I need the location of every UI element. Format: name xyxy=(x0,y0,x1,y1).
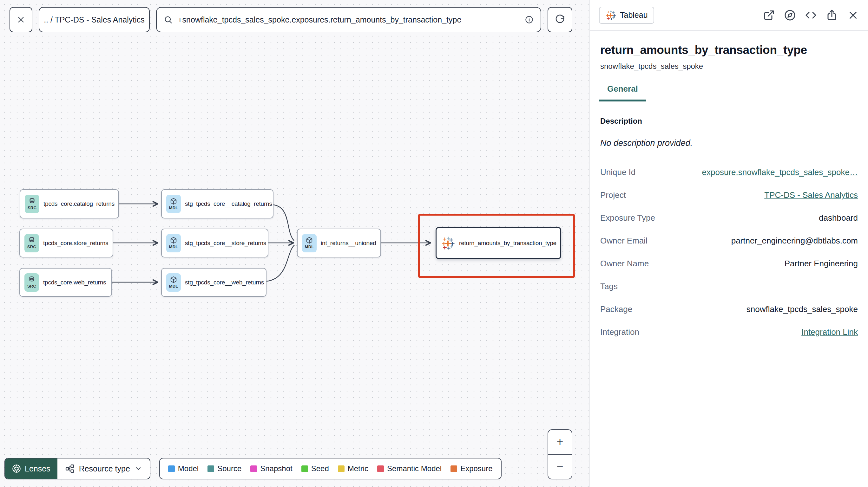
legend-item-seed: Seed xyxy=(301,464,329,473)
legend-item-snapshot: Snapshot xyxy=(250,464,292,473)
resource-type-label: Resource type xyxy=(79,464,130,474)
external-link-icon[interactable] xyxy=(763,9,775,21)
resource-type-dropdown[interactable]: Resource type xyxy=(57,458,150,479)
field-row-unique-id: Unique Id exposure.snowflake_tpcds_sales… xyxy=(600,161,858,184)
cube-icon xyxy=(170,276,177,283)
field-row-package: Package snowflake_tpcds_sales_spoke xyxy=(600,298,858,321)
source-badge: SRC xyxy=(25,195,39,213)
field-row-tags: Tags xyxy=(600,275,858,298)
chevron-down-icon xyxy=(134,465,142,473)
details-panel-header: Tableau xyxy=(590,0,868,31)
exposure-title: return_amounts_by_transaction_type xyxy=(600,43,858,57)
node-label: int_returns__unioned xyxy=(321,240,376,247)
aperture-icon xyxy=(12,464,21,473)
field-row-exposure-type: Exposure Type dashboard xyxy=(600,206,858,229)
exposure-swatch xyxy=(451,465,457,472)
cube-icon xyxy=(170,237,177,244)
zoom-in-button[interactable]: + xyxy=(548,430,572,455)
exposure-type-value: dashboard xyxy=(819,213,858,223)
model-badge: MDL xyxy=(302,234,317,252)
database-icon xyxy=(28,276,35,283)
node-exposure-return-amounts[interactable]: return_amounts_by_transaction_type xyxy=(436,227,561,259)
model-badge: MDL xyxy=(166,195,181,213)
panel-tabs: General xyxy=(600,84,858,101)
node-label: tpcds_core.store_returns xyxy=(43,240,108,247)
details-panel-body: return_amounts_by_transaction_type snowf… xyxy=(590,43,868,344)
node-source-store-returns[interactable]: SRC tpcds_core.store_returns xyxy=(19,229,113,257)
database-icon xyxy=(29,198,35,205)
cube-icon xyxy=(170,198,177,205)
legend-item-semantic-model: Semantic Model xyxy=(377,464,442,473)
unique-id-link[interactable]: exposure.snowflake_tpcds_sales_spoke… xyxy=(702,167,858,177)
node-label: return_amounts_by_transaction_type xyxy=(459,240,556,247)
lenses-group: Lenses Resource type xyxy=(4,458,150,479)
refresh-icon xyxy=(555,14,565,25)
lenses-button[interactable]: Lenses xyxy=(5,458,57,479)
field-row-integration: Integration Integration Link xyxy=(600,321,858,344)
breadcrumb-label: .. / TPC-DS - Sales Analytics xyxy=(44,15,145,24)
field-row-project: Project TPC-DS - Sales Analytics xyxy=(600,184,858,206)
source-badge: SRC xyxy=(24,234,39,252)
tableau-icon xyxy=(605,10,616,21)
lineage-topbar: .. / TPC-DS - Sales Analytics xyxy=(9,7,572,32)
close-lineage-button[interactable] xyxy=(9,7,32,32)
compass-icon[interactable] xyxy=(784,9,796,21)
code-icon[interactable] xyxy=(805,9,816,21)
search-icon xyxy=(164,15,173,24)
seed-swatch xyxy=(301,465,308,472)
details-panel: Tableau return_amounts_by_transaction_ty… xyxy=(589,0,868,487)
metadata-fields: Unique Id exposure.snowflake_tpcds_sales… xyxy=(600,161,858,344)
node-model-stg-web-returns[interactable]: MDL stg_tpcds_core__web_returns xyxy=(161,268,267,297)
lenses-label: Lenses xyxy=(25,464,51,474)
lineage-search xyxy=(156,7,541,32)
semantic-model-swatch xyxy=(377,465,384,472)
integration-chip: Tableau xyxy=(599,7,654,24)
owner-name-value: Partner Engineering xyxy=(784,259,858,268)
close-panel-icon[interactable] xyxy=(847,9,859,21)
close-icon xyxy=(16,15,26,24)
info-icon[interactable] xyxy=(525,15,534,24)
metric-swatch xyxy=(338,465,344,472)
integration-link[interactable]: Integration Link xyxy=(801,327,858,337)
node-label: stg_tpcds_core__catalog_returns xyxy=(185,200,272,207)
legend-item-model: Model xyxy=(168,464,198,473)
tableau-icon xyxy=(441,236,455,250)
exposure-package-subtitle: snowflake_tpcds_sales_spoke xyxy=(600,62,858,71)
tab-general[interactable]: General xyxy=(599,84,646,101)
search-input[interactable] xyxy=(178,15,520,24)
database-icon xyxy=(28,237,35,244)
node-source-web-returns[interactable]: SRC tpcds_core.web_returns xyxy=(19,268,112,297)
model-swatch xyxy=(168,465,175,472)
schema-icon xyxy=(65,464,74,474)
node-label: tpcds_core.catalog_returns xyxy=(43,200,115,207)
legend-item-metric: Metric xyxy=(338,464,368,473)
resource-legend: Model Source Snapshot Seed Metric Semant… xyxy=(159,458,502,479)
lineage-canvas[interactable]: SRC tpcds_core.catalog_returns MDL stg_t… xyxy=(0,0,589,487)
zoom-out-button[interactable]: − xyxy=(548,455,572,479)
node-model-int-returns-unioned[interactable]: MDL int_returns__unioned xyxy=(297,229,381,257)
legend-item-exposure: Exposure xyxy=(451,464,492,473)
node-model-stg-store-returns[interactable]: MDL stg_tpcds_core__store_returns xyxy=(161,229,269,257)
canvas-toolbar: Lenses Resource type Model Source xyxy=(4,458,502,479)
snapshot-swatch xyxy=(250,465,257,472)
field-row-owner-name: Owner Name Partner Engineering xyxy=(600,252,858,275)
source-badge: SRC xyxy=(24,273,39,292)
zoom-controls: + − xyxy=(548,429,572,479)
description-value: No description provided. xyxy=(600,138,858,148)
share-icon[interactable] xyxy=(826,9,838,21)
node-model-stg-catalog-returns[interactable]: MDL stg_tpcds_core__catalog_returns xyxy=(161,189,274,219)
owner-email-value: partner_engineering@dbtlabs.com xyxy=(731,236,858,246)
model-badge: MDL xyxy=(166,234,181,252)
panel-actions xyxy=(763,9,859,21)
refresh-lineage-button[interactable] xyxy=(548,7,572,32)
breadcrumb[interactable]: .. / TPC-DS - Sales Analytics xyxy=(39,7,150,32)
integration-name: Tableau xyxy=(620,10,648,20)
source-swatch xyxy=(208,465,214,472)
node-source-catalog-returns[interactable]: SRC tpcds_core.catalog_returns xyxy=(20,189,119,219)
package-value: snowflake_tpcds_sales_spoke xyxy=(746,304,858,314)
node-label: tpcds_core.web_returns xyxy=(43,279,106,286)
cube-icon xyxy=(306,237,313,244)
project-link[interactable]: TPC-DS - Sales Analytics xyxy=(764,190,858,200)
node-label: stg_tpcds_core__web_returns xyxy=(185,279,264,286)
description-label: Description xyxy=(600,117,858,126)
